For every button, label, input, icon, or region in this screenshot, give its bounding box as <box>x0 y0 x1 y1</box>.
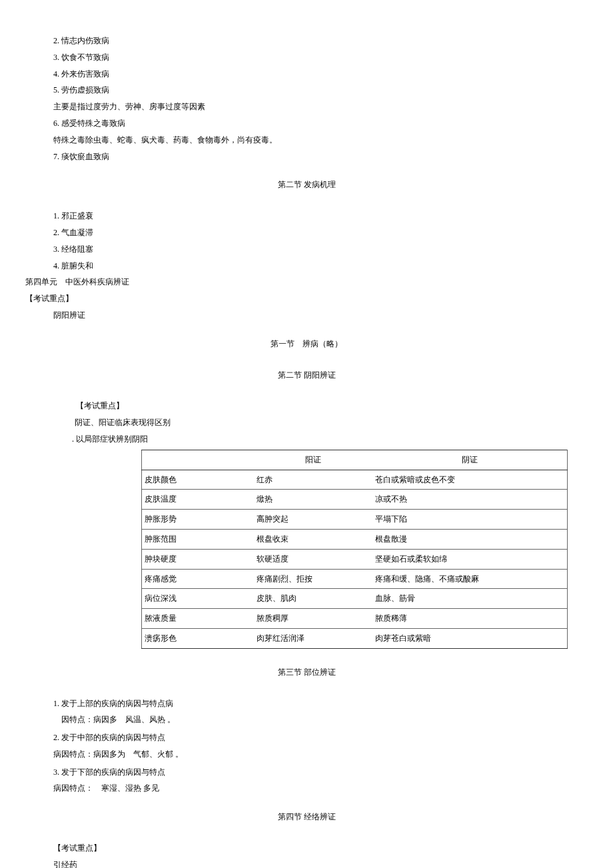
section-heading: 第二节 发病机理 <box>20 177 593 193</box>
table-row: 肿胀范围根盘收束根盘散漫 <box>142 529 568 549</box>
table-row: 溃疡形色肉芽红活润泽肉芽苍白或紫暗 <box>142 628 568 648</box>
comparison-table: 阳证 阴证 皮肤颜色红赤苍白或紫暗或皮色不变皮肤温度焮热凉或不热肿胀形势高肿突起… <box>141 450 568 649</box>
table-row: 皮肤颜色红赤苍白或紫暗或皮色不变 <box>142 470 568 490</box>
section-heading: 第四节 经络辨证 <box>20 809 593 825</box>
table-row: 脓液质量脓质稠厚脓质稀薄 <box>142 609 568 629</box>
list-item: 7. 痰饮瘀血致病 <box>53 149 593 165</box>
table-cell: 坚硬如石或柔软如绵 <box>372 549 568 569</box>
table-row: 肿块硬度软硬适度坚硬如石或柔软如绵 <box>142 549 568 569</box>
table-header-row: 阳证 阴证 <box>142 450 568 470</box>
table-cell: 疼痛和缓、隐痛、不痛或酸麻 <box>372 569 568 589</box>
table-cell: 疼痛剧烈、拒按 <box>254 569 372 589</box>
exam-key-desc: 阴证、阳证临床表现得区别 <box>75 415 593 430</box>
list-item: 1. 发于上部的疾病的病因与特点病 <box>53 696 593 711</box>
table-cell: 软硬适度 <box>254 549 372 569</box>
table-cell: 皮肤、肌肉 <box>254 589 372 609</box>
table-cell: 血脉、筋骨 <box>372 589 568 609</box>
table-cell: 平塌下陷 <box>372 510 568 530</box>
exam-key-label: 【考试重点】 <box>53 841 593 856</box>
table-cell: 疼痛感觉 <box>142 569 255 589</box>
list-item: 1. 邪正盛衰 <box>53 209 593 224</box>
list-item: 2. 发于中部的疾病的病因与特点 <box>53 730 593 745</box>
table-cell: 苍白或紫暗或皮色不变 <box>372 470 568 490</box>
table-cell: 脓质稠厚 <box>254 609 372 629</box>
list-item: 6. 感受特殊之毒致病 <box>53 116 593 131</box>
paragraph: 主要是指过度劳力、劳神、房事过度等因素 <box>53 99 593 115</box>
table-row: 疼痛感觉疼痛剧烈、拒按疼痛和缓、隐痛、不痛或酸麻 <box>142 569 568 589</box>
table-cell: 根盘收束 <box>254 529 372 549</box>
table-cell: 根盘散漫 <box>372 529 568 549</box>
table-header-cell: 阴证 <box>372 450 568 470</box>
list-item: 3. 发于下部的疾病的病因与特点 <box>53 765 593 780</box>
table-cell: 皮肤温度 <box>142 490 255 510</box>
paragraph: 特殊之毒除虫毒、蛇毒、疯犬毒、药毒、食物毒外，尚有疫毒。 <box>53 133 593 148</box>
paragraph: 因特点：病因多 风温、风热 。 <box>53 712 593 727</box>
paragraph: 病因特点： 寒湿、湿热 多见 <box>53 781 593 796</box>
table-cell: 肿胀范围 <box>142 529 255 549</box>
table-header-cell <box>142 450 255 470</box>
table-header-cell: 阳证 <box>254 450 372 470</box>
list-item: 5. 劳伤虚损致病 <box>53 83 593 98</box>
list-item: 3. 饮食不节致病 <box>53 50 593 65</box>
table-row: 肿胀形势高肿突起平塌下陷 <box>142 510 568 530</box>
table-cell: 肿胀形势 <box>142 510 255 530</box>
section-heading: 第一节 辨病（略） <box>20 336 593 352</box>
exam-key-label: 【考试重点】 <box>76 398 593 414</box>
section-heading: 第三节 部位辨证 <box>20 665 593 680</box>
list-item: 4. 外来伤害致病 <box>53 67 593 82</box>
unit-heading: 第四单元 中医外科疾病辨证 <box>25 274 593 290</box>
table-cell: 凉或不热 <box>372 490 568 510</box>
list-item: 3. 经络阻塞 <box>53 242 593 257</box>
exam-key-item: 阴阳辨证 <box>53 308 593 323</box>
table-cell: 溃疡形色 <box>142 628 255 648</box>
table-cell: 脓液质量 <box>142 609 255 629</box>
table-cell: 肿块硬度 <box>142 549 255 569</box>
exam-key-label: 【考试重点】 <box>25 291 593 306</box>
list-item: 4. 脏腑失和 <box>53 258 593 274</box>
table-cell: 焮热 <box>254 490 372 510</box>
section-heading: 第二节 阴阳辨证 <box>20 368 593 383</box>
paragraph: . 以局部症状辨别阴阳 <box>72 432 593 447</box>
table-cell: 高肿突起 <box>254 510 372 530</box>
table-row: 皮肤温度焮热凉或不热 <box>142 490 568 510</box>
table-cell: 红赤 <box>254 470 372 490</box>
list-item: 2. 情志内伤致病 <box>53 33 593 49</box>
table-row: 病位深浅皮肤、肌肉血脉、筋骨 <box>142 589 568 609</box>
paragraph: 病因特点：病因多为 气郁、火郁 。 <box>53 747 593 762</box>
table-cell: 病位深浅 <box>142 589 255 609</box>
table-cell: 肉芽苍白或紫暗 <box>372 628 568 648</box>
table-cell: 皮肤颜色 <box>142 470 255 490</box>
table-cell: 肉芽红活润泽 <box>254 628 372 648</box>
table-cell: 脓质稀薄 <box>372 609 568 629</box>
exam-key-desc: 引经药 <box>53 857 593 868</box>
list-item: 2. 气血凝滞 <box>53 225 593 240</box>
